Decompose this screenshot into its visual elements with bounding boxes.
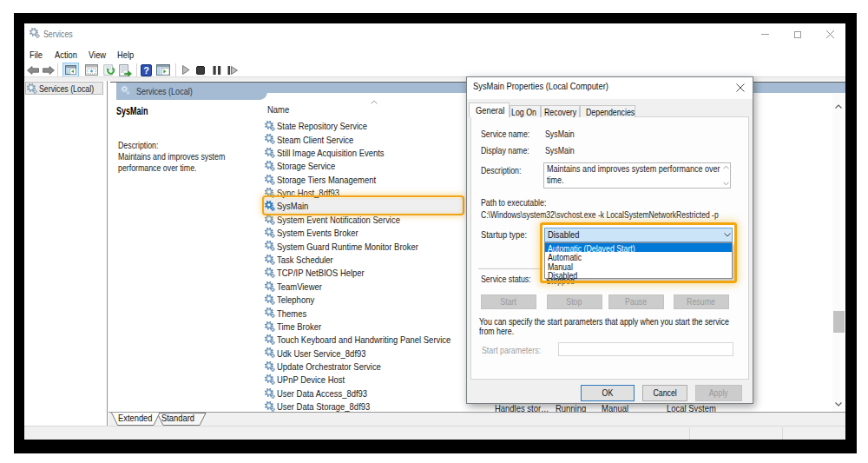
svg-text:?: ? (143, 64, 149, 75)
